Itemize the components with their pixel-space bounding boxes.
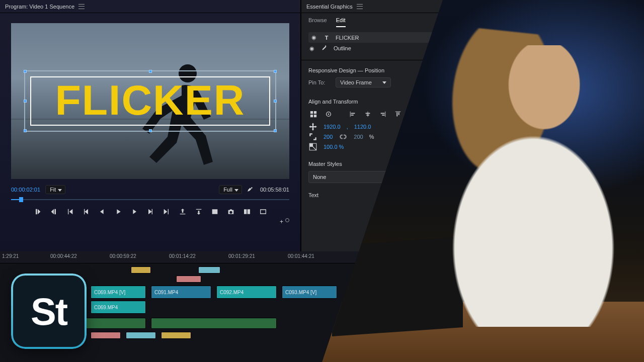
handle-bc[interactable] [149, 129, 152, 132]
tab-browse[interactable]: Browse [308, 17, 327, 27]
title-selection-outer[interactable]: FLICKER [25, 71, 275, 131]
goto-out-button[interactable] [162, 207, 171, 216]
handle-br[interactable] [274, 129, 277, 132]
opacity-value[interactable]: 100.0 % [324, 144, 344, 150]
align-top-icon[interactable] [393, 110, 403, 119]
pen-layer-icon [320, 45, 329, 52]
align-center-icon[interactable] [324, 110, 334, 119]
compare-view-button[interactable] [243, 207, 252, 216]
handle-lc[interactable] [24, 100, 27, 103]
frame-fwd-button[interactable] [130, 207, 139, 216]
title-outline-rect: FLICKER [31, 77, 269, 125]
scale-unit: % [369, 134, 374, 140]
timeline-clip[interactable]: C091.MP4 [151, 286, 211, 299]
ruler-tick: 00:01:29:21 [228, 253, 255, 259]
eg-panel-title: Essential Graphics [306, 4, 353, 10]
frame-back-button[interactable] [98, 207, 107, 216]
layer-label: Outline [334, 45, 351, 51]
layer-label: FLICKER [336, 35, 359, 41]
program-panel-title: Program: Video 1 Sequence [5, 4, 74, 10]
pin-to-label: Pin To: [308, 79, 332, 85]
playback-quality-dropdown[interactable]: Full [219, 185, 242, 194]
zoom-fit-dropdown[interactable]: Fit [45, 185, 65, 194]
position-icon [308, 123, 317, 131]
align-hcenter-icon[interactable] [363, 110, 373, 119]
handle-tc[interactable] [149, 70, 152, 73]
timecode-total: 00:05:58:01 [260, 187, 289, 193]
program-viewer[interactable]: FLICKER [11, 23, 289, 179]
timeline-clip[interactable]: C092.MP4 [216, 286, 277, 299]
scale-h[interactable]: 200 [354, 134, 363, 140]
mark-out-button[interactable] [49, 207, 58, 216]
play-button[interactable] [114, 207, 123, 216]
visibility-eye-icon[interactable]: ◉ [310, 34, 317, 41]
pin-to-value: Video Frame [340, 79, 372, 85]
scale-w[interactable]: 200 [324, 134, 333, 140]
visibility-eye-icon[interactable]: ◉ [308, 45, 315, 52]
timeline-clip[interactable] [91, 332, 121, 339]
position-x[interactable]: 1920.0 [324, 124, 341, 130]
mark-in-button[interactable] [33, 207, 42, 216]
ruler-tick: 00:00:59:22 [110, 253, 136, 259]
camera-icon[interactable] [226, 207, 235, 216]
panel-menu-icon[interactable] [78, 4, 85, 9]
extract-button[interactable] [194, 207, 203, 216]
scrubber-playhead[interactable] [19, 197, 23, 202]
chevron-down-icon [382, 81, 386, 84]
program-panel-tab[interactable]: Program: Video 1 Sequence [0, 0, 300, 13]
align-right-icon[interactable] [378, 110, 388, 119]
link-icon[interactable] [339, 133, 348, 141]
timeline-clip[interactable] [161, 332, 191, 339]
marker-circle-icon[interactable] [285, 218, 289, 222]
safe-margins-button[interactable] [259, 207, 268, 216]
eg-panel-menu-icon[interactable] [357, 4, 363, 9]
handle-rc[interactable] [274, 100, 277, 103]
goto-in-button[interactable] [65, 207, 74, 216]
timeline-clip[interactable] [176, 276, 201, 283]
settings-wrench-icon[interactable] [247, 186, 253, 193]
add-marker-plus-icon[interactable]: + [280, 218, 283, 225]
ruler-tick: 00:01:44:21 [288, 253, 314, 259]
tab-edit[interactable]: Edit [336, 17, 346, 27]
timeline-audio-clip[interactable] [151, 318, 277, 329]
title-text[interactable]: FLICKER [55, 79, 246, 121]
ruler-tick: 1:29:21 [2, 253, 19, 259]
align-left-icon[interactable] [348, 110, 358, 119]
scrubber-track [11, 199, 289, 200]
handle-bl[interactable] [24, 129, 27, 132]
text-layer-icon: T [323, 35, 331, 41]
program-monitor-panel: Program: Video 1 Sequence FLICKER [0, 0, 301, 251]
program-mini-controls: + [0, 216, 300, 225]
export-frame-button[interactable] [210, 207, 219, 216]
master-styles-value: None [313, 174, 326, 180]
adobe-stock-label: St [31, 290, 67, 333]
timeline-clip[interactable] [131, 266, 151, 274]
adobe-stock-badge: St [11, 274, 87, 349]
timeline-clip[interactable] [198, 266, 220, 274]
ruler-tick: 00:00:44:22 [50, 253, 77, 259]
handle-tl[interactable] [24, 70, 27, 73]
timeline-clip[interactable] [126, 332, 156, 339]
photo-person [443, 45, 624, 327]
opacity-icon [308, 143, 317, 151]
timecode-current[interactable]: 00:00:02:01 [11, 187, 40, 193]
step-fwd-button[interactable] [146, 207, 155, 216]
align-grid-icon[interactable] [308, 110, 318, 119]
timeline-clip[interactable]: C069.MP4 [V] [91, 286, 146, 299]
handle-tr[interactable] [274, 70, 277, 73]
timeline-clip[interactable]: C093.MP4 [V] [282, 286, 337, 299]
timeline-clip[interactable]: C069.MP4 [91, 301, 146, 314]
step-back-button[interactable] [82, 207, 91, 216]
program-scrubber[interactable] [11, 197, 289, 202]
pin-to-dropdown[interactable]: Video Frame [336, 77, 391, 87]
program-viewer-canvas: FLICKER [11, 23, 289, 179]
scale-icon [308, 133, 317, 141]
svg-point-1 [328, 114, 330, 115]
transport-bar [0, 207, 300, 216]
ruler-tick: 00:01:14:22 [169, 253, 196, 259]
position-y[interactable]: 1120.0 [354, 124, 371, 130]
lift-button[interactable] [178, 207, 187, 216]
